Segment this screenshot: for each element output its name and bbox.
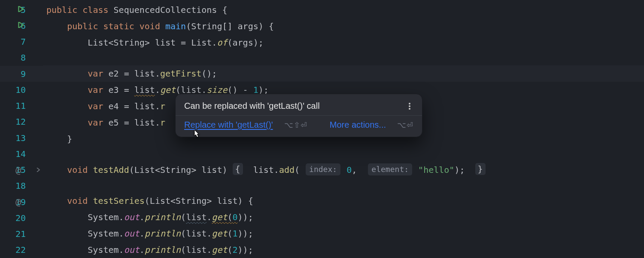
line-number: 13 — [15, 133, 26, 143]
annotation-icon[interactable]: @ — [15, 197, 21, 207]
inlay-hint-index[interactable]: index: — [306, 163, 340, 175]
more-icon[interactable] — [406, 102, 413, 110]
line-number: 18 — [15, 181, 26, 191]
gutter-line[interactable]: 8 — [0, 50, 43, 66]
gutter-line[interactable]: 10 — [0, 82, 43, 98]
run-icon[interactable] — [18, 6, 24, 14]
inspection-warning[interactable]: get(0 — [212, 212, 237, 222]
gutter-line[interactable]: 11 — [0, 98, 43, 114]
code-line[interactable] — [43, 178, 644, 193]
gutter-line[interactable]: 12 — [0, 114, 43, 130]
run-icon[interactable] — [18, 22, 24, 30]
line-number: 7 — [15, 37, 26, 47]
line-number: 22 — [15, 245, 26, 255]
code-line[interactable] — [43, 51, 644, 65]
line-number: 14 — [15, 149, 26, 159]
gutter-line[interactable]: @ 15 — [0, 162, 43, 178]
shortcut-hint: ⌥⇧⏎ — [284, 120, 307, 130]
code-line[interactable]: System.out.println(list.get(1)); — [43, 225, 644, 242]
inspection-message: Can be replaced with 'getLast()' call — [184, 101, 320, 111]
quickfix-link[interactable]: Replace with 'getLast()' — [184, 120, 273, 130]
chevron-right-icon[interactable] — [36, 166, 40, 173]
annotation-icon[interactable]: @ — [15, 165, 21, 175]
fold-brace[interactable]: { — [233, 163, 243, 175]
fold-brace[interactable]: } — [475, 163, 486, 175]
code-line[interactable]: System.out.println(list.get(0)); — [43, 209, 644, 225]
gutter-line[interactable]: 18 — [0, 178, 43, 194]
gutter-line[interactable]: 22 — [0, 242, 43, 258]
code-line[interactable]: List<String> list = List.of(args); — [43, 34, 644, 51]
line-number: 21 — [15, 229, 26, 239]
code-line[interactable] — [43, 147, 644, 162]
code-line[interactable]: var e2 = list.getFirst(); — [43, 65, 644, 82]
gutter-line[interactable]: 14 — [0, 146, 43, 162]
gutter-line[interactable]: 6 — [0, 18, 43, 34]
code-line[interactable]: System.out.println(list.get(2)); — [43, 242, 644, 258]
code-line[interactable]: void testAdd(List<String> list) { list.a… — [43, 162, 644, 178]
inlay-hint-element[interactable]: element: — [368, 163, 412, 175]
line-number: 9 — [15, 69, 26, 79]
line-number: 20 — [15, 213, 26, 223]
code-editor[interactable]: 5 6 7 8 9 10 11 12 13 14 @ 15 18 @ 19 20… — [0, 0, 644, 258]
gutter: 5 6 7 8 9 10 11 12 13 14 @ 15 18 @ 19 20… — [0, 0, 43, 258]
gutter-line[interactable]: 5 — [0, 2, 43, 18]
line-number: 8 — [15, 52, 26, 63]
line-number: 10 — [15, 85, 26, 95]
intention-popup: Can be replaced with 'getLast()' call Re… — [175, 94, 422, 137]
gutter-line[interactable]: @ 19 — [0, 194, 43, 210]
inspection-warning[interactable]: list — [134, 85, 155, 95]
code-line[interactable]: public class SequencedCollections { — [43, 2, 644, 18]
inspection-info[interactable]: list — [186, 212, 207, 222]
code-line[interactable]: void testSeries(List<String> list) { — [43, 193, 644, 209]
line-number: 11 — [15, 101, 26, 111]
shortcut-hint: ⌥⏎ — [397, 120, 413, 130]
line-number: 12 — [15, 117, 26, 127]
gutter-line[interactable]: 9 — [0, 66, 43, 82]
gutter-line[interactable]: 13 — [0, 130, 43, 146]
gutter-line[interactable]: 7 — [0, 34, 43, 50]
code-line[interactable]: public static void main(String[] args) { — [43, 18, 644, 34]
gutter-line[interactable]: 20 — [0, 210, 43, 226]
gutter-line[interactable]: 21 — [0, 226, 43, 242]
more-actions-link[interactable]: More actions... — [330, 120, 386, 130]
